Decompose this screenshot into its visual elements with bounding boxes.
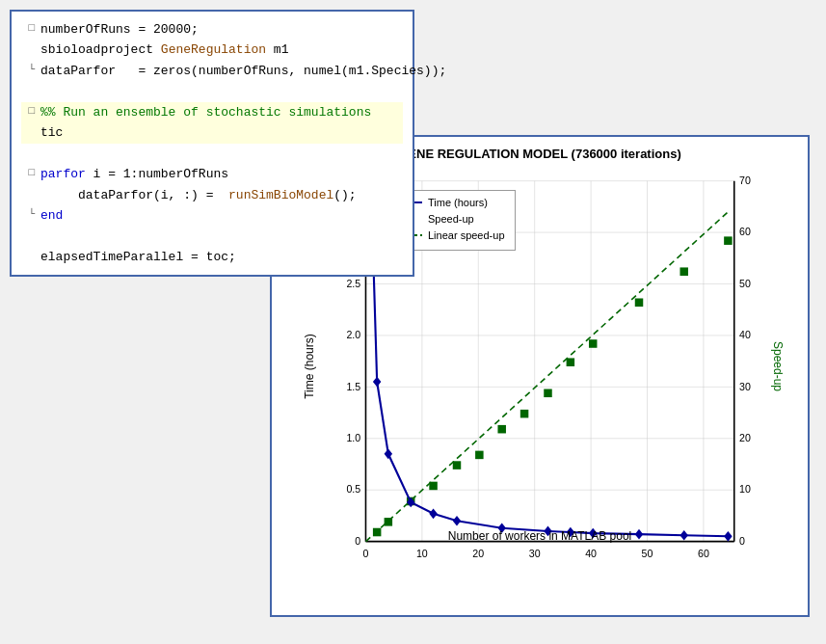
svg-text:1.0: 1.0	[346, 432, 360, 443]
speedup-point	[385, 518, 392, 526]
svg-text:60: 60	[739, 226, 751, 237]
gutter-2	[21, 40, 35, 57]
code-text-4: %% Run an ensemble of stochastic simulat…	[40, 102, 371, 122]
code-line-2: sbioloadproject GeneRegulation m1	[21, 40, 403, 60]
legend-speedup-label: Speed-up	[428, 213, 474, 225]
speedup-point	[589, 339, 597, 348]
code-text-9: elapsedTimeParallel = toc;	[40, 247, 236, 267]
speedup-point	[679, 267, 687, 276]
gutter-b2	[21, 144, 35, 161]
legend-linear-label: Linear speed-up	[428, 229, 505, 241]
svg-text:0: 0	[355, 535, 360, 547]
gutter-4: □	[21, 102, 35, 120]
svg-text:1.5: 1.5	[346, 381, 360, 392]
gutter-5	[21, 122, 35, 140]
speedup-point	[497, 425, 505, 434]
svg-text:40: 40	[739, 329, 751, 340]
svg-text:2.5: 2.5	[346, 278, 360, 289]
code-text-2: sbioloadproject GeneRegulation m1	[40, 40, 288, 60]
code-line-1: □ numberOfRuns = 20000;	[21, 19, 403, 40]
code-text-8: end	[40, 205, 63, 226]
time-diamond	[373, 377, 381, 388]
speedup-point	[475, 451, 483, 460]
code-line-6: □ parfor i = 1:numberOfRuns	[21, 164, 403, 184]
gutter-8: └	[21, 205, 35, 223]
svg-text:0: 0	[363, 548, 369, 559]
code-text-b2	[40, 144, 48, 164]
speedup-point	[429, 482, 437, 491]
code-line-blank1	[21, 81, 403, 101]
time-diamond	[724, 531, 732, 542]
speedup-point	[373, 528, 381, 537]
speedup-point	[567, 358, 574, 366]
gutter-b1	[21, 81, 35, 98]
gutter-7	[21, 185, 35, 202]
gutter-6: □	[21, 164, 35, 181]
time-diamond	[385, 448, 392, 459]
svg-text:2.0: 2.0	[346, 329, 360, 340]
speedup-point	[520, 410, 528, 418]
time-diamond	[429, 508, 437, 519]
code-text-b3	[40, 226, 48, 246]
time-diamond	[679, 530, 687, 541]
svg-text:50: 50	[739, 278, 751, 289]
svg-text:50: 50	[642, 548, 653, 559]
code-text-1: numberOfRuns = 20000;	[40, 19, 199, 40]
speedup-point	[724, 236, 732, 245]
code-line-8: └ end	[21, 205, 403, 226]
code-line-7: dataParfor(i, :) = runSimBioModel();	[21, 185, 403, 205]
gutter-9	[21, 247, 35, 264]
code-text-6: parfor i = 1:numberOfRuns	[40, 164, 228, 184]
y-axis-label-left: Time (hours)	[303, 334, 316, 399]
svg-text:10: 10	[739, 483, 751, 495]
svg-text:30: 30	[529, 548, 541, 559]
x-axis-label: Number of workers in MATLAB pool	[448, 529, 632, 543]
gutter-b3	[21, 226, 35, 243]
svg-text:20: 20	[739, 432, 751, 443]
code-text-5: tic	[40, 122, 63, 143]
code-line-blank3	[21, 226, 403, 246]
speedup-point	[544, 389, 551, 398]
code-line-9: elapsedTimeParallel = toc;	[21, 247, 403, 267]
svg-text:70: 70	[739, 174, 751, 186]
svg-text:0: 0	[739, 535, 745, 547]
gutter-3: └	[21, 61, 35, 78]
svg-text:0.5: 0.5	[346, 483, 360, 495]
svg-text:40: 40	[585, 548, 597, 559]
code-panel: □ numberOfRuns = 20000; sbioloadproject …	[10, 10, 414, 277]
svg-text:60: 60	[698, 548, 709, 559]
svg-text:30: 30	[739, 381, 751, 392]
code-line-4: □ %% Run an ensemble of stochastic simul…	[21, 102, 403, 122]
gutter-1: □	[21, 19, 35, 37]
speedup-point	[453, 461, 461, 470]
time-diamond	[635, 529, 643, 540]
code-text-7: dataParfor(i, :) = runSimBioModel();	[40, 185, 357, 205]
time-diamond	[453, 516, 461, 526]
svg-text:10: 10	[416, 548, 428, 559]
code-text-3: dataParfor = zeros(numberOfRuns, numel(m…	[40, 61, 446, 81]
code-text-b1	[40, 81, 48, 101]
code-line-5: tic	[21, 122, 403, 143]
code-line-blank2	[21, 144, 403, 164]
code-line-3: └ dataParfor = zeros(numberOfRuns, numel…	[21, 61, 403, 81]
svg-text:20: 20	[472, 548, 484, 559]
y-axis-label-right: Speed-up	[771, 341, 785, 391]
linear-speedup-line	[365, 212, 728, 542]
speedup-point	[635, 298, 643, 307]
legend-time-label: Time (hours)	[428, 197, 488, 208]
